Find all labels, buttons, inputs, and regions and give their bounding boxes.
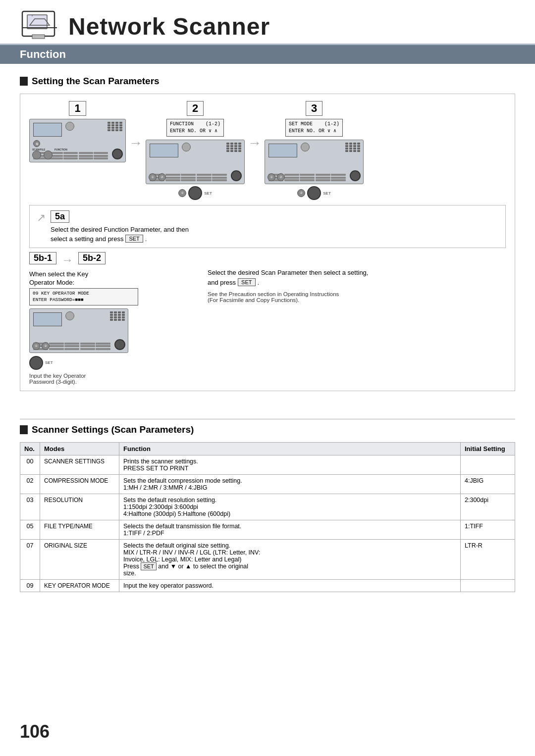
cell-initial: 2:300dpi <box>461 494 515 520</box>
step5b2-label: 5b-2 <box>78 252 106 264</box>
step5b1-container: 5b-1 → 5b-2 When select the Key Operator… <box>29 252 198 385</box>
table-row: 05FILE TYPE/NAMESelects the default tran… <box>20 520 515 540</box>
step1-dial <box>65 122 74 131</box>
step5b1-screen: 09 KEY OPERATOR MODE ENTER PASSWORD=■■■ <box>29 288 138 305</box>
step5b1-set-text: SET <box>45 360 53 365</box>
inline-set-btn: SET <box>141 562 156 570</box>
step3-device: ① ② <box>265 140 364 184</box>
step5a-text1: Select the desired Function Parameter, a… <box>51 226 498 233</box>
step3-dial <box>301 143 310 151</box>
section1-heading: Setting the Scan Parameters <box>20 76 515 87</box>
step5b2-text2: and press SET . <box>208 278 506 286</box>
step3-label: 3 <box>306 101 322 116</box>
step5b1-label: 5b-1 <box>29 252 56 264</box>
step2-buttons <box>226 143 242 152</box>
cell-mode: SCANNER SETTINGS <box>40 455 119 475</box>
scanner-section: Scanner Settings (Scan Parameters) No. M… <box>0 419 535 593</box>
step5b1-caption1: Input the key Operator <box>29 373 198 379</box>
step1-label: 1 <box>69 101 86 116</box>
step5b1-text2: Operator Mode: <box>29 279 198 286</box>
table-row: 09KEY OPERATOR MODEInput the key operato… <box>20 580 515 592</box>
step-3: 3 SET MODE (1-2) ENTER NO. OR ∨ ∧ <box>265 101 364 200</box>
step-1: 1 <box>29 101 126 162</box>
cell-no: 09 <box>20 580 40 592</box>
cell-mode: FILE TYPE/NAME <box>40 520 119 540</box>
steps-top-row: 1 <box>29 101 506 200</box>
step5b1-device: ① ② <box>29 308 128 353</box>
col-function: Function <box>119 443 461 455</box>
col-initial: Initial Setting <box>461 443 515 455</box>
step1-buttons <box>107 122 123 131</box>
cell-function: Selects the default transmission file fo… <box>119 520 461 540</box>
svg-rect-3 <box>32 35 45 39</box>
step3-buttons <box>345 143 361 152</box>
function-circle-btn <box>44 151 53 159</box>
function-bar: Function <box>0 45 535 64</box>
arrow-1-2: → <box>129 135 143 151</box>
step5b1-buttons <box>110 311 125 321</box>
cell-function: Selects the default original size settin… <box>119 540 461 580</box>
cell-no: 00 <box>20 455 40 475</box>
scanner-settings-table: No. Modes Function Initial Setting 00SCA… <box>20 442 515 592</box>
cell-function: Input the key operator password. <box>119 580 461 592</box>
section2-heading: Scanner Settings (Scan Parameters) <box>20 424 515 435</box>
step2-device: ① ② <box>146 140 245 184</box>
page-header: Network Scanner <box>0 0 535 45</box>
step5b1-set-dial <box>29 356 43 370</box>
step5b1-set-indicator: SET <box>29 356 198 370</box>
page-number: 106 <box>20 721 50 742</box>
step2-device-screen <box>150 144 178 157</box>
cell-mode: KEY OPERATOR MODE <box>40 580 119 592</box>
step5b1-dial <box>65 311 74 320</box>
table-row: 07ORIGINAL SIZESelects the default origi… <box>20 540 515 580</box>
function-label-device: FUNCTION <box>54 148 67 151</box>
step3-set-dial <box>307 186 321 200</box>
step2-set-button <box>231 170 242 181</box>
section-divider <box>20 419 515 420</box>
step5a-inner: ↗ 5a Select the desired Function Paramet… <box>37 210 498 243</box>
table-row: 03RESOLUTIONSets the default resolution … <box>20 494 515 520</box>
step2-set-dial <box>188 186 202 200</box>
step5a-label: 5a <box>51 210 69 223</box>
steps-top-container: 1 <box>20 94 515 391</box>
cell-function: Sets the default resolution setting. 1:1… <box>119 494 461 520</box>
cell-function: Prints the scanner settings. PRESS SET T… <box>119 455 461 475</box>
col-no: No. <box>20 443 40 455</box>
scan-circle-btn <box>32 151 41 159</box>
step1-set-button <box>112 149 123 159</box>
cell-initial <box>461 455 515 475</box>
step5b1-text1: When select the Key <box>29 270 198 278</box>
table-row: 02COMPRESSION MODESets the default compr… <box>20 475 515 494</box>
cell-no: 07 <box>20 540 40 580</box>
arrow-2-3: → <box>248 135 262 151</box>
cell-initial: LTR-R <box>461 540 515 580</box>
step3-set-text: SET <box>323 191 331 196</box>
step5a-container: ↗ 5a Select the desired Function Paramet… <box>29 205 506 248</box>
step2-set-text: SET <box>204 191 212 196</box>
step2-set-indicator: ① SET <box>178 186 212 200</box>
main-content: Setting the Scan Parameters 1 <box>0 64 535 405</box>
table-header-row: No. Modes Function Initial Setting <box>20 443 515 455</box>
step2-screen: FUNCTION (1-2) ENTER NO. OR ∨ ∧ <box>166 119 224 137</box>
cell-mode: COMPRESSION MODE <box>40 475 119 494</box>
step2-label: 2 <box>187 101 204 116</box>
step1-screen <box>33 123 62 137</box>
cell-initial <box>461 580 515 592</box>
step5b2-set-button: SET <box>238 278 255 286</box>
step5b1-caption2: Password (3-digit). <box>29 379 198 385</box>
step5a-text2: select a setting and press SET . <box>51 235 498 243</box>
step5b1-device-screen <box>33 312 62 326</box>
network-scanner-icon <box>20 9 59 44</box>
step3-set-indicator: ② SET <box>297 186 331 200</box>
cell-initial: 1:TIFF <box>461 520 515 540</box>
step5b2-caption: See the Precaution section in Operating … <box>208 291 506 303</box>
table-row: 00SCANNER SETTINGSPrints the scanner set… <box>20 455 515 475</box>
step5b2-container: Select the desired Scan Parameter then s… <box>208 252 506 385</box>
step5a-set-button: SET <box>125 235 143 243</box>
step3-set-button <box>350 170 361 181</box>
step1-device: ① SCAN/FILE FUNCTION <box>29 119 126 162</box>
step3-screen: SET MODE (1-2) ENTER NO. OR ∨ ∧ <box>285 119 343 137</box>
svg-rect-1 <box>27 15 47 29</box>
step5b1-set-button <box>114 339 125 350</box>
cell-no: 05 <box>20 520 40 540</box>
